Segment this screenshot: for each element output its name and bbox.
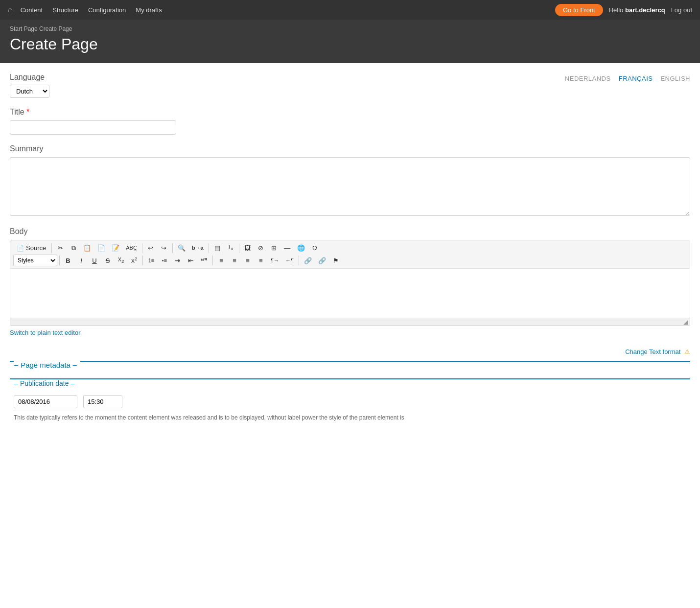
find-button[interactable]: 🔍: [175, 243, 188, 253]
required-indicator: *: [26, 108, 29, 116]
publication-section: ‒ Publication date ‒ This date typically…: [10, 378, 690, 422]
language-label: Language: [10, 73, 49, 82]
toolbar-separator-2: [142, 243, 142, 253]
home-icon[interactable]: ⌂: [8, 5, 13, 14]
redo-button[interactable]: ↪: [158, 243, 170, 253]
breadcrumb: Start Page Create Page: [10, 25, 690, 32]
summary-field-group: Summary: [10, 144, 690, 217]
select-all-button[interactable]: ▤: [211, 243, 224, 253]
strike-button[interactable]: S: [101, 256, 114, 266]
publication-title: ‒ Publication date ‒: [14, 379, 78, 387]
indent-button[interactable]: ⇥: [171, 255, 184, 266]
paste-text-button[interactable]: 📄: [94, 243, 108, 253]
metadata-section: ‒ Page metadata ‒ ‒ Publication date ‒ T…: [10, 361, 690, 422]
subscript-button[interactable]: X2: [115, 255, 127, 266]
ol-button[interactable]: 1≡: [145, 256, 158, 265]
hr-button[interactable]: —: [281, 243, 294, 253]
italic-button[interactable]: I: [75, 256, 88, 266]
outdent-button[interactable]: ⇤: [185, 255, 197, 266]
undo-button[interactable]: ↩: [144, 243, 157, 253]
language-left: Language Dutch French English: [10, 73, 49, 98]
align-center-button[interactable]: ≡: [228, 256, 241, 266]
breadcrumb-current: Create Page: [39, 25, 72, 32]
anchor-button[interactable]: ⚑: [329, 256, 342, 266]
align-left-button[interactable]: ≡: [215, 256, 228, 266]
toolbar-row-1: 📄 Source ✂ ⧉ 📋 📄 📝 ABC̲ ↩ ↪ 🔍 b→a: [13, 242, 687, 254]
nav-configuration[interactable]: Configuration: [88, 6, 126, 14]
switch-editor-link[interactable]: Switch to plain text editor: [10, 329, 81, 336]
cut-button[interactable]: ✂: [54, 243, 67, 253]
special-char-button[interactable]: Ω: [308, 243, 321, 253]
nav-links: Content Structure Configuration My draft…: [21, 6, 555, 14]
nav-structure[interactable]: Structure: [52, 6, 78, 14]
rtl-button[interactable]: ←¶: [282, 256, 297, 265]
editor-body[interactable]: [10, 269, 690, 318]
resize-icon: ◢: [683, 319, 688, 326]
nav-right-side: Go to Front Hello bart.declercq Log out: [555, 4, 692, 16]
breadcrumb-start[interactable]: Start Page: [10, 25, 38, 32]
language-links: NEDERLANDS FRANÇAIS ENGLISH: [565, 75, 690, 82]
editor-toolbar: 📄 Source ✂ ⧉ 📋 📄 📝 ABC̲ ↩ ↪ 🔍 b→a: [10, 240, 690, 269]
link-button[interactable]: 🔗: [301, 256, 315, 266]
toolbar-separator-3: [172, 243, 173, 253]
replace-button[interactable]: b→a: [189, 243, 207, 253]
toolbar-separator-6: [59, 256, 60, 265]
styles-select[interactable]: Styles: [13, 255, 57, 266]
date-row: [14, 395, 686, 408]
unlink-button[interactable]: 🔗: [315, 256, 329, 266]
top-navigation: ⌂ Content Structure Configuration My dra…: [0, 0, 700, 20]
summary-textarea[interactable]: [10, 157, 690, 216]
publication-date-input[interactable]: [14, 395, 77, 408]
toolbar-separator-9: [299, 256, 299, 265]
spellcheck-button[interactable]: ABC̲: [123, 243, 140, 253]
source-button[interactable]: 📄 Source: [13, 242, 49, 254]
nav-content[interactable]: Content: [21, 6, 43, 14]
metadata-title: ‒ Page metadata ‒: [14, 361, 80, 370]
toolbar-separator-7: [142, 256, 143, 265]
change-text-format-link[interactable]: Change Text format: [625, 348, 680, 355]
main-content: Language Dutch French English NEDERLANDS…: [0, 63, 700, 440]
ltr-button[interactable]: ¶→: [268, 256, 282, 265]
lang-link-nl[interactable]: NEDERLANDS: [565, 75, 611, 82]
superscript-button[interactable]: X2: [128, 255, 140, 266]
publication-description: This date typically refers to the moment…: [14, 413, 686, 422]
hello-text: Hello bart.declercq: [609, 6, 665, 14]
language-select[interactable]: Dutch French English: [10, 85, 49, 98]
remove-format-button[interactable]: Tx: [224, 242, 237, 253]
title-label: Title *: [10, 108, 690, 117]
copy-button[interactable]: ⧉: [67, 243, 80, 253]
go-to-front-button[interactable]: Go to Front: [555, 4, 603, 16]
no-image-button[interactable]: ⊘: [255, 243, 267, 253]
source-label: Source: [26, 244, 46, 252]
paste-button[interactable]: 📋: [80, 243, 94, 253]
table-button[interactable]: ⊞: [268, 243, 280, 253]
language-section: Language Dutch French English NEDERLANDS…: [10, 73, 690, 98]
paste-word-button[interactable]: 📝: [109, 243, 122, 253]
underline-button[interactable]: U: [88, 256, 101, 266]
title-input[interactable]: [10, 120, 176, 135]
summary-label: Summary: [10, 144, 690, 153]
lang-link-fr[interactable]: FRANÇAIS: [619, 75, 653, 82]
body-section: Body 📄 Source ✂ ⧉ 📋 📄 📝 ABC̲: [10, 227, 690, 338]
title-field-group: Title *: [10, 108, 690, 135]
toolbar-separator-5: [239, 243, 239, 253]
lang-link-en[interactable]: ENGLISH: [660, 75, 690, 82]
iframe-button[interactable]: 🌐: [294, 243, 308, 253]
logout-link[interactable]: Log out: [671, 6, 692, 14]
blockquote-button[interactable]: ❝❞: [198, 256, 210, 266]
image-button[interactable]: 🖼: [241, 243, 254, 253]
toolbar-row-2: Styles B I U S X2 X2 1≡ •≡ ⇥ ⇤ ❝❞ ≡: [13, 255, 687, 266]
warning-icon: ⚠: [684, 348, 690, 355]
source-doc-icon: 📄: [17, 245, 24, 252]
bold-button[interactable]: B: [62, 256, 74, 266]
align-right-button[interactable]: ≡: [241, 256, 254, 266]
justify-button[interactable]: ≡: [255, 256, 267, 266]
toolbar-separator-4: [209, 243, 209, 253]
ul-button[interactable]: •≡: [158, 256, 171, 265]
publication-time-input[interactable]: [83, 395, 122, 408]
change-format-area: Change Text format ⚠: [10, 348, 690, 355]
username: bart.declercq: [625, 6, 665, 14]
toolbar-separator-1: [51, 243, 52, 253]
nav-my-drafts[interactable]: My drafts: [136, 6, 162, 14]
editor-resize-bar[interactable]: ◢: [10, 318, 690, 326]
